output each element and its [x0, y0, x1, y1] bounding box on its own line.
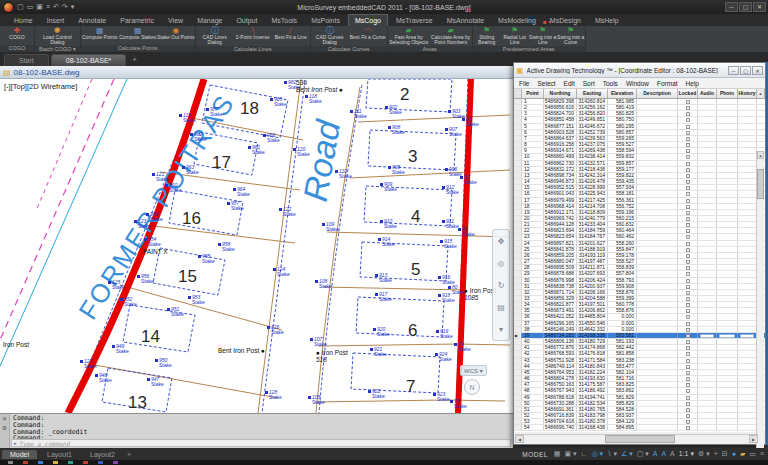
locked-checkbox[interactable] [686, 334, 690, 338]
cell-northing[interactable]: 5486823.654 [544, 234, 577, 239]
cell-easting[interactable]: 314180.729 [577, 339, 608, 344]
cell-elevation[interactable]: 560.464 [608, 228, 637, 233]
cell-northing[interactable]: 5486772.876 [544, 345, 577, 350]
cell-elevation[interactable]: 559.399 [608, 296, 637, 301]
cell-point[interactable]: 28 [522, 265, 544, 270]
row-selector[interactable]: ▶ [514, 345, 522, 350]
cell-northing[interactable]: 5486691.361 [544, 407, 577, 412]
cell-history[interactable] [738, 154, 757, 159]
cell-photo[interactable] [717, 117, 738, 122]
row-selector[interactable]: ▶ [514, 413, 522, 418]
locked-checkbox[interactable] [686, 248, 690, 252]
cell-photo[interactable] [717, 308, 738, 313]
cell-locked[interactable] [678, 191, 698, 196]
cell-easting[interactable]: 314240.779 [577, 216, 608, 221]
cell-northing[interactable]: 5486850.458 [544, 117, 577, 122]
cell-easting[interactable]: 314228.999 [577, 185, 608, 190]
locked-checkbox[interactable] [686, 137, 690, 141]
file-tab[interactable]: Start [4, 54, 49, 66]
nav-tool-icon[interactable]: ◎ [498, 259, 505, 268]
row-selector[interactable]: ▶ [514, 179, 522, 184]
cell-easting[interactable]: 314225.943 [577, 191, 608, 196]
cell-locked[interactable] [678, 142, 698, 147]
cell-locked[interactable] [678, 117, 698, 122]
cell-photo[interactable] [717, 204, 738, 209]
qat-icon[interactable]: ≡ [46, 3, 50, 11]
cell-point[interactable]: 6 [522, 130, 544, 135]
cell-photo[interactable] [717, 130, 738, 135]
cell-northing[interactable]: 5486871.714 [544, 290, 577, 295]
cell-history[interactable] [738, 278, 757, 283]
cell-point[interactable]: 43 [522, 358, 544, 363]
cell-elevation[interactable]: 583.238 [608, 358, 637, 363]
coordinate-editor-titlebar[interactable]: ▣ Active Drawing Technology ™ - [Coordin… [514, 63, 765, 78]
cell-photo[interactable] [717, 284, 738, 289]
cell-easting[interactable]: 314550.546 [577, 321, 608, 326]
ribbon-button[interactable]: ⓘ CAD Lines Dialog [196, 26, 234, 46]
ribbon-button[interactable]: ⚑ Swing into a Line [529, 26, 557, 46]
cell-history[interactable] [738, 185, 757, 190]
cell-audio[interactable] [698, 204, 717, 209]
cell-easting[interactable]: 314233.404 [577, 222, 608, 227]
horizontal-scrollbar[interactable]: ◀ ▶ [515, 434, 758, 443]
locked-checkbox[interactable] [686, 272, 690, 276]
cell-point[interactable]: 32 [522, 290, 544, 295]
cell-easting[interactable]: 314485.804 [577, 314, 608, 319]
cell-elevation[interactable]: 580.295 [608, 124, 637, 129]
row-selector[interactable]: ▶ [514, 210, 522, 215]
cell-audio[interactable] [698, 382, 717, 387]
cell-locked[interactable] [678, 333, 698, 338]
qat-icon[interactable]: ▢ [17, 3, 24, 11]
locked-checkbox[interactable] [686, 426, 690, 430]
cell-history[interactable] [738, 216, 757, 221]
locked-checkbox[interactable] [686, 402, 690, 406]
cell-audio[interactable] [698, 425, 717, 430]
locked-checkbox[interactable] [686, 365, 690, 369]
cell-history[interactable] [738, 395, 757, 400]
cell-description[interactable] [637, 136, 678, 141]
cell-elevation[interactable]: 558.793 [608, 278, 637, 283]
layout-tab[interactable]: Model [2, 450, 37, 459]
cell-elevation[interactable]: 558.876 [608, 290, 637, 295]
cell-point[interactable]: 8 [522, 142, 544, 147]
cell-easting[interactable]: 314252.739 [577, 130, 608, 135]
cell-audio[interactable] [698, 99, 717, 104]
cell-photo[interactable] [717, 401, 738, 406]
cell-audio[interactable] [698, 173, 717, 178]
cell-locked[interactable] [678, 222, 698, 227]
cell-photo[interactable] [717, 253, 738, 258]
cell-locked[interactable] [678, 173, 698, 178]
cell-northing[interactable]: 5486751.928 [544, 358, 577, 363]
cell-northing[interactable]: 5486878.688 [544, 271, 577, 276]
cell-point[interactable]: 50 [522, 401, 544, 406]
cell-audio[interactable] [698, 388, 717, 393]
statusbar-icon[interactable]: ⊟ [722, 449, 728, 459]
cell-photo[interactable] [717, 413, 738, 418]
ribbon-tab[interactable]: Insert [41, 15, 71, 26]
cell-point[interactable]: 14 [522, 179, 544, 184]
cell-locked[interactable] [678, 339, 698, 344]
cell-elevation[interactable]: 559.265 [608, 136, 637, 141]
cell-locked[interactable] [678, 370, 698, 375]
cell-history[interactable] [738, 296, 757, 301]
cell-audio[interactable] [698, 407, 717, 412]
row-selector[interactable]: ▶ [514, 117, 522, 122]
cell-photo[interactable] [717, 370, 738, 375]
cell-point[interactable]: 40 [522, 339, 544, 344]
cell-history[interactable] [738, 198, 757, 203]
menu-item[interactable]: Select [537, 80, 555, 87]
row-selector[interactable]: ▶ [514, 185, 522, 190]
cell-description[interactable] [637, 216, 678, 221]
cell-northing[interactable]: 5486838.738 [544, 284, 577, 289]
cell-point[interactable]: 42 [522, 351, 544, 356]
row-selector[interactable]: ▶ [514, 327, 522, 332]
cell-locked[interactable] [678, 148, 698, 153]
column-header[interactable]: History [738, 89, 757, 98]
cell-elevation[interactable]: 581.716 [608, 376, 637, 381]
cell-audio[interactable] [698, 364, 717, 369]
cell-northing[interactable]: 5486841.878 [544, 247, 577, 252]
row-selector[interactable]: ▶ [514, 407, 522, 412]
statusbar-icon[interactable]: ∟ [581, 449, 588, 459]
cell-locked[interactable] [678, 358, 698, 363]
cell-locked[interactable] [678, 241, 698, 246]
